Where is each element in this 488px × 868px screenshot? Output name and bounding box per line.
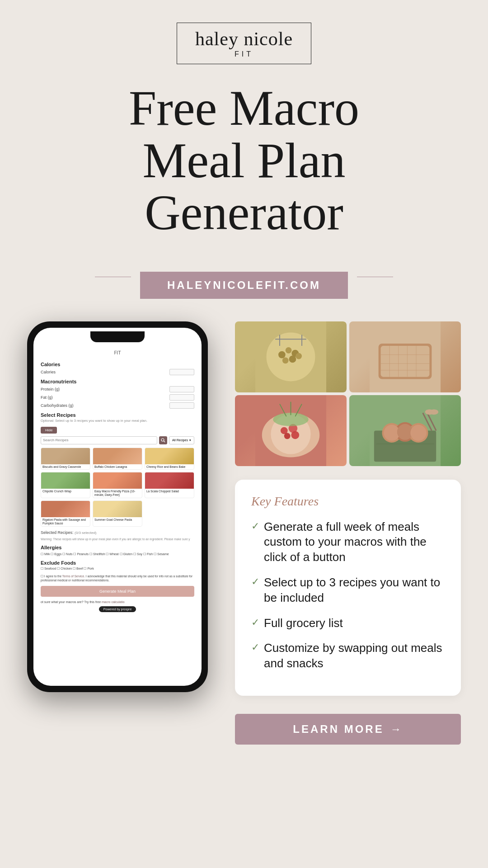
phone-notch bbox=[90, 331, 145, 342]
check-icon-3: ✓ bbox=[251, 617, 259, 628]
feature-item-4: ✓ Customize by swapping out meals and sn… bbox=[251, 641, 445, 671]
food-photo-chickpeas bbox=[235, 321, 347, 392]
main-content: FIT Calories Calories Macronutrients Pro… bbox=[0, 299, 488, 745]
calories-field-label: Calories bbox=[41, 370, 56, 374]
food-photos-grid bbox=[235, 321, 461, 466]
fat-field-row: Fat (g) bbox=[41, 394, 194, 401]
exclude-label: Exclude Foods bbox=[41, 560, 194, 566]
right-side: Key Features ✓ Generate a full week of m… bbox=[235, 321, 461, 745]
filter-dropdown[interactable]: All Recipes ▾ bbox=[169, 436, 194, 444]
headline-section: Free Macro Meal Plan Generator bbox=[102, 82, 386, 239]
svg-rect-15 bbox=[381, 346, 430, 377]
recipe-image bbox=[41, 501, 90, 517]
svg-point-41 bbox=[410, 425, 426, 440]
protein-input[interactable] bbox=[169, 386, 194, 392]
svg-point-4 bbox=[278, 351, 286, 358]
phone-inner: FIT Calories Calories Macronutrients Pro… bbox=[33, 328, 202, 686]
recipe-image bbox=[93, 448, 142, 464]
feature-text-3: Full grocery list bbox=[264, 616, 343, 631]
calories-field-row: Calories bbox=[41, 369, 194, 375]
generate-meal-plan-button[interactable]: Generate Meal Plan bbox=[41, 586, 194, 597]
recipe-image bbox=[93, 501, 142, 517]
warning-text: Warning: These recipes will show up in y… bbox=[41, 538, 194, 541]
calories-input[interactable] bbox=[169, 369, 194, 375]
terms-text: ☐ I agree to the Terms of Service. I ack… bbox=[41, 574, 194, 582]
recipe-grid: Biscuits and Gravy Casserole Buffalo Chi… bbox=[41, 448, 194, 527]
search-input[interactable] bbox=[41, 436, 157, 444]
food-photo-meatballs bbox=[349, 395, 461, 466]
learn-more-arrow-icon: → bbox=[390, 723, 403, 736]
recipe-card[interactable]: Rigatoni Pasta with Sausage and Pumpkin … bbox=[41, 500, 90, 527]
svg-point-45 bbox=[429, 409, 438, 415]
recipe-card[interactable]: Chipotle Crunch Wrap bbox=[41, 472, 90, 498]
carbs-label: Carbohydrates (g) bbox=[41, 403, 74, 408]
recipe-name: Cheesy Rice and Beans Bake bbox=[145, 464, 194, 470]
feature-item-1: ✓ Generate a full week of meals custom t… bbox=[251, 519, 445, 565]
allergy-checkboxes[interactable]: ☐ Milk ☐ Eggs ☐ Nuts ☐ Peanuts ☐ Shellfi… bbox=[41, 552, 194, 557]
features-title: Key Features bbox=[251, 494, 445, 509]
macros-section-label: Macronutrients bbox=[41, 379, 194, 384]
recipe-image bbox=[41, 472, 90, 489]
check-icon-1: ✓ bbox=[251, 520, 259, 532]
svg-point-7 bbox=[282, 357, 289, 363]
recipe-name: Buffalo Chicken Lasagna bbox=[93, 464, 142, 470]
protein-label: Protein (g) bbox=[41, 387, 60, 392]
svg-point-8 bbox=[289, 355, 296, 363]
macros-link: ot sure what your macros are? Try this f… bbox=[41, 600, 194, 604]
recipe-card[interactable]: Cheesy Rice and Beans Bake bbox=[145, 448, 194, 470]
search-button[interactable] bbox=[159, 436, 167, 444]
svg-line-1 bbox=[164, 441, 165, 442]
recipe-card[interactable]: La Scala Chopped Salad bbox=[145, 472, 194, 498]
powered-by-row: Powered by prospre bbox=[41, 606, 194, 614]
select-recipes-label: Select Recipes bbox=[41, 412, 194, 418]
svg-point-28 bbox=[284, 433, 291, 439]
hide-button[interactable]: Hide bbox=[41, 427, 57, 434]
recipe-card[interactable]: Biscuits and Gravy Casserole bbox=[41, 448, 90, 470]
recipe-card[interactable]: Buffalo Chicken Lasagna bbox=[93, 448, 142, 470]
logo-section: haley nicole FIT bbox=[177, 23, 311, 64]
recipe-card[interactable]: Easy Macro Friendly Pizza (10-minute, Da… bbox=[93, 472, 142, 498]
recipe-card[interactable]: Summer Goat Cheese Pasta bbox=[93, 500, 142, 527]
phone-screen: FIT Calories Calories Macronutrients Pro… bbox=[33, 328, 202, 686]
fat-input[interactable] bbox=[169, 394, 194, 401]
recipe-name: Chipotle Crunch Wrap bbox=[41, 489, 90, 494]
svg-point-29 bbox=[291, 431, 299, 439]
svg-point-9 bbox=[296, 353, 302, 359]
feature-item-2: ✓ Select up to 3 recipes you want to be … bbox=[251, 575, 445, 606]
url-row: HALEYNICOLEFIT.COM bbox=[0, 255, 488, 299]
selected-count: (0/3 selected) bbox=[75, 531, 96, 535]
recipe-image bbox=[145, 448, 194, 464]
svg-point-5 bbox=[286, 347, 292, 354]
check-icon-4: ✓ bbox=[251, 642, 259, 653]
feature-text-1: Generate a full week of meals custom to … bbox=[264, 519, 445, 565]
recipe-name: La Scala Chopped Salad bbox=[145, 489, 194, 494]
logo-script: haley nicole bbox=[195, 28, 293, 49]
carbs-input[interactable] bbox=[169, 402, 194, 409]
protein-field-row: Protein (g) bbox=[41, 386, 194, 392]
url-line-right bbox=[357, 277, 393, 277]
url-line-left bbox=[95, 277, 131, 277]
check-icon-2: ✓ bbox=[251, 576, 259, 588]
powered-by-badge: Powered by prospre bbox=[99, 606, 136, 612]
food-photo-casserole bbox=[349, 321, 461, 392]
logo-box: haley nicole FIT bbox=[177, 23, 311, 64]
feature-text-2: Select up to 3 recipes you want to be in… bbox=[264, 575, 445, 606]
calories-section-label: Calories bbox=[41, 362, 194, 367]
recipe-name: Easy Macro Friendly Pizza (10-minute, Da… bbox=[93, 489, 142, 498]
exclude-checkboxes[interactable]: ☐ Seafood ☐ Chicken ☐ Beef ☐ Pork bbox=[41, 567, 194, 571]
feature-item-3: ✓ Full grocery list bbox=[251, 616, 445, 631]
allergies-label: Allergies bbox=[41, 545, 194, 550]
headline-text: Free Macro Meal Plan Generator bbox=[129, 82, 359, 239]
svg-point-0 bbox=[161, 439, 164, 441]
food-photo-salad bbox=[235, 395, 347, 466]
recipe-image bbox=[93, 472, 142, 489]
recipe-image bbox=[145, 472, 194, 489]
learn-more-button[interactable]: LEARN MORE → bbox=[235, 714, 461, 745]
carbs-field-row: Carbohydrates (g) bbox=[41, 402, 194, 409]
select-hint: Optional: Select up to 3 recipes you wan… bbox=[41, 419, 194, 423]
feature-text-4: Customize by swapping out meals and snac… bbox=[264, 641, 445, 671]
recipe-image bbox=[41, 448, 90, 464]
filter-label: All Recipes bbox=[172, 439, 188, 442]
url-badge: HALEYNICOLEFIT.COM bbox=[140, 272, 348, 299]
recipe-name: Summer Goat Cheese Pasta bbox=[93, 517, 142, 523]
